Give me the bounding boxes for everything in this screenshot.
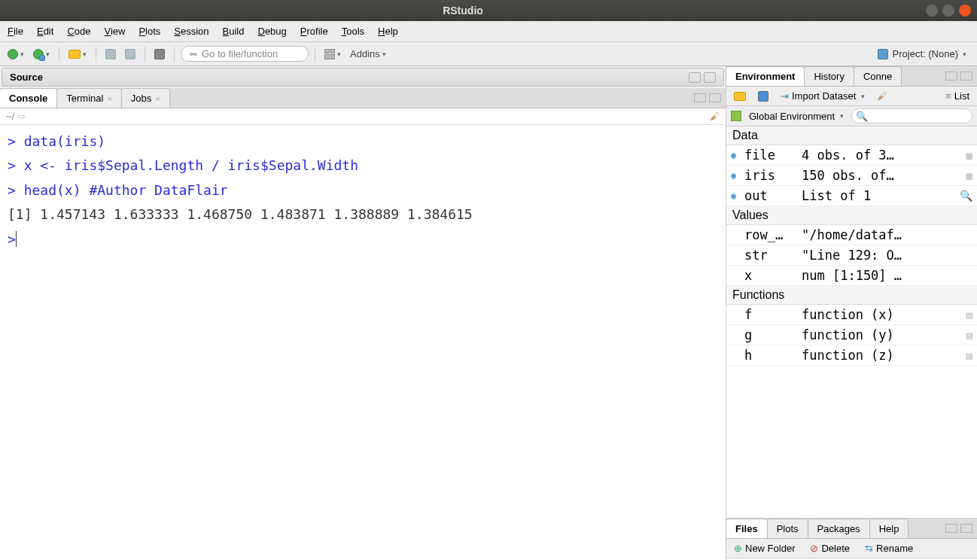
menu-bar: File Edit Code View Plots Session Build … [0,21,977,42]
files-tabs: Files Plots Packages Help [726,519,977,539]
tab-connections[interactable]: Conne [854,66,902,86]
source-pane-header: Source [2,68,724,87]
environment-scope-bar: Global Environment 🔍 [726,106,977,126]
env-row-g[interactable]: gfunction (y)▤ [726,325,977,345]
save-all-button[interactable] [122,47,138,61]
menu-view[interactable]: View [104,26,125,37]
tab-console[interactable]: Console [0,88,57,108]
save-workspace-button[interactable] [755,90,772,103]
env-row-h[interactable]: hfunction (z)▤ [726,345,977,366]
console-output[interactable]: > data(iris) > x <- iris$Sepal.Length / … [0,125,726,560]
tab-jobs[interactable]: Jobs× [121,88,170,108]
project-label: Project: (None) [893,48,958,59]
main-toolbar: Go to file/function Addins Project: (Non… [0,42,977,66]
window-minimize-button[interactable] [926,5,938,17]
save-button[interactable] [102,47,119,61]
delete-button[interactable]: ⊘ Delete [807,541,853,555]
menu-help[interactable]: Help [378,26,398,37]
new-project-button[interactable] [30,47,53,61]
view-list-button[interactable]: ≡ List [942,89,972,103]
close-icon[interactable]: × [107,94,111,103]
expand-icon[interactable]: ◉ [731,150,741,160]
menu-tools[interactable]: Tools [342,26,364,37]
tab-terminal[interactable]: Terminal× [56,88,122,108]
new-folder-button[interactable]: ⊕ New Folder [731,541,798,555]
env-section-data: Data [726,126,977,145]
open-file-button[interactable] [65,48,90,60]
env-minimize-icon[interactable] [945,72,957,81]
search-icon: 🔍 [856,111,868,122]
project-selector[interactable]: Project: (None) ▾ [878,48,972,59]
window-close-button[interactable] [959,5,971,17]
console-working-dir: ~/ [6,111,14,122]
files-minimize-icon[interactable] [945,524,957,533]
console-maximize-icon[interactable] [709,93,721,102]
r-project-icon [878,49,888,59]
environment-list: Data ◉file4 obs. of 3…▦ ◉iris150 obs. of… [726,126,977,518]
window-titlebar: RStudio [0,0,977,21]
expand-icon[interactable]: ◉ [731,170,741,181]
console-minimize-icon[interactable] [694,93,706,102]
tab-history[interactable]: History [804,66,854,86]
close-icon[interactable]: × [155,94,160,103]
doc-icon[interactable]: ▤ [966,349,972,361]
menu-edit[interactable]: Edit [37,26,53,37]
import-dataset-button[interactable]: ⇥ Import Dataset [778,89,868,103]
window-title: RStudio [0,5,926,17]
env-row-rownames[interactable]: row_…"/home/dataf… [726,225,977,245]
menu-session[interactable]: Session [174,26,208,37]
addins-button[interactable]: Addins [347,47,389,61]
rename-button[interactable]: ⇆ Rename [862,541,916,555]
environment-toolbar: ⇥ Import Dataset 🖌 ≡ List [726,87,977,106]
expand-icon[interactable]: ◉ [731,190,741,201]
tab-help[interactable]: Help [869,519,909,538]
tab-plots[interactable]: Plots [767,519,808,538]
magnify-icon[interactable]: 🔍 [960,190,972,202]
env-maximize-icon[interactable] [960,72,972,81]
menu-profile[interactable]: Profile [300,26,328,37]
doc-icon[interactable]: ▤ [966,309,972,321]
env-section-functions: Functions [726,286,977,305]
window-controls [926,5,971,17]
source-maximize-icon[interactable] [704,72,716,83]
source-minimize-icon[interactable] [689,72,701,83]
files-maximize-icon[interactable] [960,524,972,533]
env-row-iris[interactable]: ◉iris150 obs. of…▦ [726,166,977,186]
env-row-f[interactable]: ffunction (x)▤ [726,305,977,325]
menu-debug[interactable]: Debug [258,26,287,37]
load-workspace-button[interactable] [731,90,749,102]
workspace-panes-button[interactable] [321,47,344,61]
menu-code[interactable]: Code [67,26,90,37]
env-row-file[interactable]: ◉file4 obs. of 3…▦ [726,145,977,166]
env-section-values: Values [726,206,977,225]
console-tabs: Console Terminal× Jobs× [0,88,726,108]
console-subheader: ~/ ⇨ 🖌 [0,108,726,125]
console-popout-icon[interactable]: ⇨ [17,111,26,122]
tab-environment[interactable]: Environment [726,66,805,86]
env-row-str[interactable]: str"Line 129: O… [726,245,977,266]
menu-build[interactable]: Build [223,26,245,37]
env-scope-selector[interactable]: Global Environment [746,109,847,123]
grid-icon[interactable]: ▦ [966,149,972,161]
new-file-button[interactable] [5,47,27,61]
goto-file-input[interactable]: Go to file/function [181,46,309,62]
environment-tabs: Environment History Conne [726,66,977,87]
clear-objects-button[interactable]: 🖌 [874,89,890,103]
doc-icon[interactable]: ▤ [966,329,972,341]
tab-files[interactable]: Files [726,519,768,538]
env-search-input[interactable]: 🔍 [851,108,972,123]
source-pane-title: Source [10,72,43,83]
tab-packages[interactable]: Packages [808,519,870,538]
goto-placeholder: Go to file/function [202,48,278,59]
menu-file[interactable]: File [8,26,23,37]
window-maximize-button[interactable] [942,5,954,17]
env-row-out[interactable]: ◉outList of 1🔍 [726,186,977,206]
env-row-x[interactable]: xnum [1:150] … [726,266,977,286]
print-button[interactable] [151,47,168,61]
env-scope-icon [731,111,741,121]
clear-console-icon[interactable]: 🖌 [710,111,720,122]
grid-icon[interactable]: ▦ [966,169,972,181]
menu-plots[interactable]: Plots [138,26,160,37]
files-toolbar: ⊕ New Folder ⊘ Delete ⇆ Rename [726,539,977,558]
